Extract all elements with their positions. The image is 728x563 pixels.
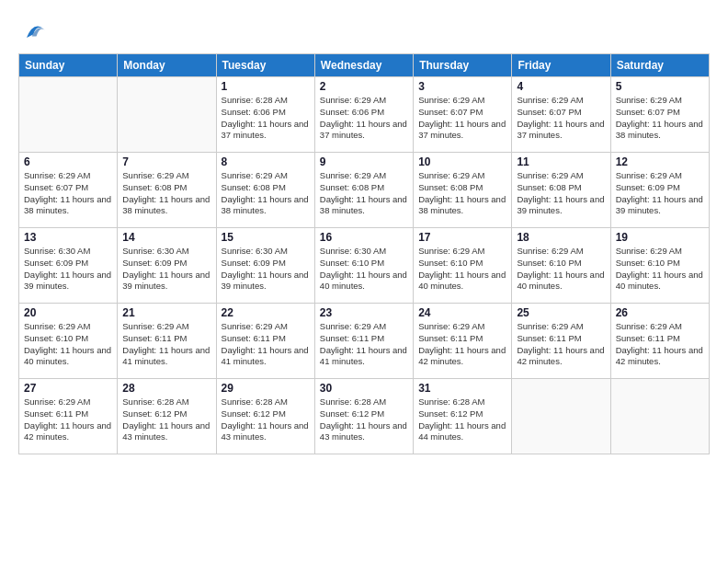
day-info: Sunrise: 6:29 AMSunset: 6:11 PMDaylight:… xyxy=(616,321,704,368)
day-info: Sunrise: 6:29 AMSunset: 6:10 PMDaylight:… xyxy=(24,321,112,368)
day-cell xyxy=(118,77,216,153)
day-cell: 25Sunrise: 6:29 AMSunset: 6:11 PMDayligh… xyxy=(512,304,610,379)
day-cell: 3Sunrise: 6:29 AMSunset: 6:07 PMDaylight… xyxy=(414,77,512,153)
day-cell: 28Sunrise: 6:28 AMSunset: 6:12 PMDayligh… xyxy=(118,379,216,454)
weekday-thursday: Thursday xyxy=(414,54,512,77)
day-info: Sunrise: 6:29 AMSunset: 6:08 PMDaylight:… xyxy=(418,170,506,217)
day-number: 1 xyxy=(222,80,310,93)
day-number: 19 xyxy=(616,231,704,244)
calendar-table: SundayMondayTuesdayWednesdayThursdayFrid… xyxy=(18,53,710,454)
day-info: Sunrise: 6:30 AMSunset: 6:09 PMDaylight:… xyxy=(24,246,112,293)
day-cell: 29Sunrise: 6:28 AMSunset: 6:12 PMDayligh… xyxy=(216,379,314,454)
day-cell: 10Sunrise: 6:29 AMSunset: 6:08 PMDayligh… xyxy=(414,153,512,228)
day-number: 13 xyxy=(24,231,112,244)
day-cell: 14Sunrise: 6:30 AMSunset: 6:09 PMDayligh… xyxy=(118,228,216,304)
weekday-friday: Friday xyxy=(512,54,610,77)
day-cell: 13Sunrise: 6:30 AMSunset: 6:09 PMDayligh… xyxy=(19,228,118,304)
day-cell: 18Sunrise: 6:29 AMSunset: 6:10 PMDayligh… xyxy=(512,228,610,304)
day-cell xyxy=(19,77,118,153)
day-number: 5 xyxy=(616,80,704,93)
day-number: 22 xyxy=(222,306,310,319)
day-number: 12 xyxy=(616,155,704,168)
day-cell xyxy=(610,379,709,454)
day-cell: 17Sunrise: 6:29 AMSunset: 6:10 PMDayligh… xyxy=(414,228,512,304)
day-cell: 20Sunrise: 6:29 AMSunset: 6:10 PMDayligh… xyxy=(19,304,118,379)
day-info: Sunrise: 6:28 AMSunset: 6:06 PMDaylight:… xyxy=(222,95,310,142)
day-number: 18 xyxy=(517,231,605,244)
day-cell: 9Sunrise: 6:29 AMSunset: 6:08 PMDaylight… xyxy=(314,153,413,228)
day-info: Sunrise: 6:29 AMSunset: 6:11 PMDaylight:… xyxy=(122,321,210,368)
day-cell: 15Sunrise: 6:30 AMSunset: 6:09 PMDayligh… xyxy=(216,228,314,304)
day-info: Sunrise: 6:29 AMSunset: 6:07 PMDaylight:… xyxy=(418,95,506,142)
day-cell: 24Sunrise: 6:29 AMSunset: 6:11 PMDayligh… xyxy=(414,304,512,379)
day-info: Sunrise: 6:29 AMSunset: 6:08 PMDaylight:… xyxy=(222,170,310,217)
day-cell: 27Sunrise: 6:29 AMSunset: 6:11 PMDayligh… xyxy=(19,379,118,454)
day-number: 14 xyxy=(122,231,210,244)
day-cell: 22Sunrise: 6:29 AMSunset: 6:11 PMDayligh… xyxy=(216,304,314,379)
day-info: Sunrise: 6:28 AMSunset: 6:12 PMDaylight:… xyxy=(222,396,310,443)
day-number: 17 xyxy=(418,231,506,244)
day-info: Sunrise: 6:29 AMSunset: 6:10 PMDaylight:… xyxy=(616,246,704,293)
day-cell: 23Sunrise: 6:29 AMSunset: 6:11 PMDayligh… xyxy=(314,304,413,379)
day-number: 25 xyxy=(517,306,605,319)
day-cell: 31Sunrise: 6:28 AMSunset: 6:12 PMDayligh… xyxy=(414,379,512,454)
day-number: 3 xyxy=(418,80,506,93)
day-number: 24 xyxy=(418,306,506,319)
day-number: 26 xyxy=(616,306,704,319)
day-cell: 2Sunrise: 6:29 AMSunset: 6:06 PMDaylight… xyxy=(314,77,413,153)
day-info: Sunrise: 6:29 AMSunset: 6:11 PMDaylight:… xyxy=(222,321,310,368)
weekday-tuesday: Tuesday xyxy=(216,54,314,77)
day-cell: 4Sunrise: 6:29 AMSunset: 6:07 PMDaylight… xyxy=(512,77,610,153)
day-number: 7 xyxy=(122,155,210,168)
day-info: Sunrise: 6:29 AMSunset: 6:11 PMDaylight:… xyxy=(517,321,605,368)
day-info: Sunrise: 6:28 AMSunset: 6:12 PMDaylight:… xyxy=(122,396,210,443)
day-number: 20 xyxy=(24,306,112,319)
day-info: Sunrise: 6:30 AMSunset: 6:09 PMDaylight:… xyxy=(222,246,310,293)
weekday-header-row: SundayMondayTuesdayWednesdayThursdayFrid… xyxy=(19,54,710,77)
day-cell: 8Sunrise: 6:29 AMSunset: 6:08 PMDaylight… xyxy=(216,153,314,228)
week-row-2: 6Sunrise: 6:29 AMSunset: 6:07 PMDaylight… xyxy=(19,153,710,228)
week-row-1: 1Sunrise: 6:28 AMSunset: 6:06 PMDaylight… xyxy=(19,77,710,153)
day-info: Sunrise: 6:29 AMSunset: 6:07 PMDaylight:… xyxy=(616,95,704,142)
day-cell: 30Sunrise: 6:28 AMSunset: 6:12 PMDayligh… xyxy=(314,379,413,454)
day-number: 28 xyxy=(122,382,210,395)
day-number: 6 xyxy=(24,155,112,168)
day-info: Sunrise: 6:28 AMSunset: 6:12 PMDaylight:… xyxy=(418,396,506,443)
day-cell: 5Sunrise: 6:29 AMSunset: 6:07 PMDaylight… xyxy=(610,77,709,153)
day-cell: 1Sunrise: 6:28 AMSunset: 6:06 PMDaylight… xyxy=(216,77,314,153)
day-cell: 11Sunrise: 6:29 AMSunset: 6:08 PMDayligh… xyxy=(512,153,610,228)
day-number: 16 xyxy=(320,231,408,244)
day-number: 10 xyxy=(418,155,506,168)
day-info: Sunrise: 6:29 AMSunset: 6:07 PMDaylight:… xyxy=(24,170,112,217)
day-cell: 21Sunrise: 6:29 AMSunset: 6:11 PMDayligh… xyxy=(118,304,216,379)
day-info: Sunrise: 6:29 AMSunset: 6:08 PMDaylight:… xyxy=(122,170,210,217)
day-number: 11 xyxy=(517,155,605,168)
day-cell: 7Sunrise: 6:29 AMSunset: 6:08 PMDaylight… xyxy=(118,153,216,228)
day-info: Sunrise: 6:29 AMSunset: 6:08 PMDaylight:… xyxy=(517,170,605,217)
day-info: Sunrise: 6:30 AMSunset: 6:09 PMDaylight:… xyxy=(122,246,210,293)
day-cell: 12Sunrise: 6:29 AMSunset: 6:09 PMDayligh… xyxy=(610,153,709,228)
day-info: Sunrise: 6:29 AMSunset: 6:07 PMDaylight:… xyxy=(517,95,605,142)
day-number: 29 xyxy=(222,382,310,395)
day-info: Sunrise: 6:29 AMSunset: 6:11 PMDaylight:… xyxy=(418,321,506,368)
weekday-sunday: Sunday xyxy=(19,54,118,77)
week-row-5: 27Sunrise: 6:29 AMSunset: 6:11 PMDayligh… xyxy=(19,379,710,454)
day-number: 27 xyxy=(24,382,112,395)
day-number: 8 xyxy=(222,155,310,168)
day-info: Sunrise: 6:29 AMSunset: 6:10 PMDaylight:… xyxy=(517,246,605,293)
weekday-monday: Monday xyxy=(118,54,216,77)
day-number: 2 xyxy=(320,80,408,93)
day-number: 4 xyxy=(517,80,605,93)
day-info: Sunrise: 6:29 AMSunset: 6:11 PMDaylight:… xyxy=(24,396,112,443)
weekday-wednesday: Wednesday xyxy=(314,54,413,77)
day-cell: 16Sunrise: 6:30 AMSunset: 6:10 PMDayligh… xyxy=(314,228,413,304)
day-number: 15 xyxy=(222,231,310,244)
day-info: Sunrise: 6:29 AMSunset: 6:08 PMDaylight:… xyxy=(320,170,408,217)
day-info: Sunrise: 6:29 AMSunset: 6:09 PMDaylight:… xyxy=(616,170,704,217)
day-info: Sunrise: 6:29 AMSunset: 6:06 PMDaylight:… xyxy=(320,95,408,142)
day-info: Sunrise: 6:29 AMSunset: 6:11 PMDaylight:… xyxy=(320,321,408,368)
day-number: 31 xyxy=(418,382,506,395)
day-cell: 19Sunrise: 6:29 AMSunset: 6:10 PMDayligh… xyxy=(610,228,709,304)
day-number: 23 xyxy=(320,306,408,319)
weekday-saturday: Saturday xyxy=(610,54,709,77)
